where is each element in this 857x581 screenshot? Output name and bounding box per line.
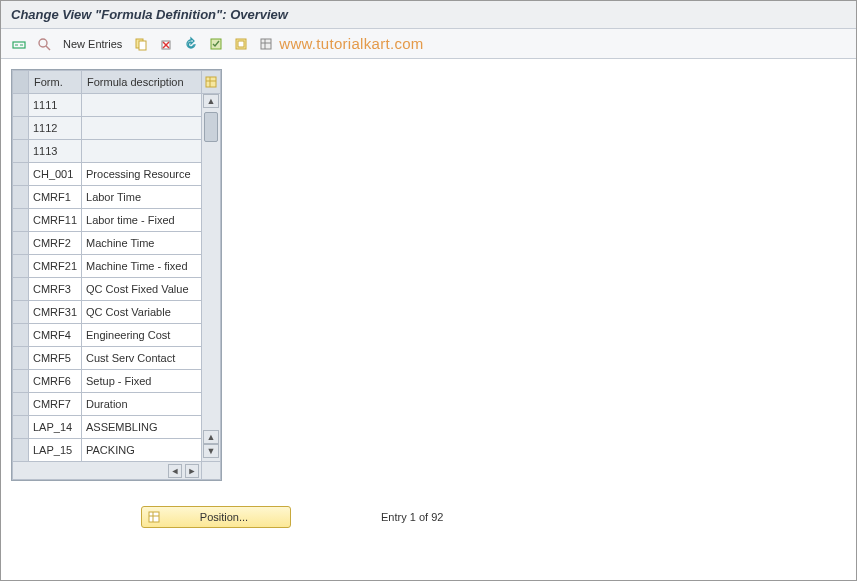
table-row: 1111▲▲▼ xyxy=(13,94,221,117)
svg-rect-4 xyxy=(139,41,146,50)
table-row: CH_001Processing Resource xyxy=(13,163,221,186)
row-selector[interactable] xyxy=(13,94,29,117)
table-row: CMRF7Duration xyxy=(13,393,221,416)
cell-description[interactable]: Setup - Fixed xyxy=(82,370,202,393)
row-selector[interactable] xyxy=(13,117,29,140)
table-row: 1112 xyxy=(13,117,221,140)
cell-form-key[interactable]: LAP_14 xyxy=(29,416,82,439)
svg-rect-14 xyxy=(206,77,216,87)
toggle-view-icon[interactable] xyxy=(9,34,29,54)
cell-description[interactable]: PACKING xyxy=(82,439,202,462)
row-selector[interactable] xyxy=(13,140,29,163)
cell-description[interactable]: Processing Resource xyxy=(82,163,202,186)
horizontal-scrollbar[interactable]: ◄ ► xyxy=(13,462,221,480)
footer: Position... Entry 1 of 92 xyxy=(1,506,856,528)
table-row: LAP_15PACKING xyxy=(13,439,221,462)
cell-form-key[interactable]: CMRF7 xyxy=(29,393,82,416)
row-selector[interactable] xyxy=(13,324,29,347)
scroll-right-icon[interactable]: ► xyxy=(185,464,199,478)
cell-description[interactable]: Engineering Cost xyxy=(82,324,202,347)
scrollbar-thumb[interactable] xyxy=(204,112,218,142)
content-area: Form. Formula description 1111▲▲▼1112111… xyxy=(1,59,856,493)
find-icon[interactable] xyxy=(34,34,54,54)
page-title: Change View "Formula Definition": Overvi… xyxy=(1,1,856,29)
cell-description[interactable]: Labor time - Fixed xyxy=(82,209,202,232)
copy-icon[interactable] xyxy=(131,34,151,54)
scroll-down-icon[interactable]: ▼ xyxy=(203,444,219,458)
cell-description[interactable]: Machine Time - fixed xyxy=(82,255,202,278)
table-settings-icon[interactable] xyxy=(256,34,276,54)
cell-form-key[interactable]: CMRF2 xyxy=(29,232,82,255)
configure-columns-icon[interactable] xyxy=(202,71,221,94)
cell-description[interactable] xyxy=(82,140,202,163)
cell-form-key[interactable]: CMRF3 xyxy=(29,278,82,301)
svg-rect-17 xyxy=(149,512,159,522)
cell-description[interactable] xyxy=(82,117,202,140)
new-entries-button[interactable]: New Entries xyxy=(59,38,126,50)
cell-description[interactable]: Machine Time xyxy=(82,232,202,255)
position-button[interactable]: Position... xyxy=(141,506,291,528)
vertical-scrollbar[interactable]: ▲▲▼ xyxy=(202,94,221,462)
column-header-description[interactable]: Formula description xyxy=(82,71,202,94)
cell-form-key[interactable]: 1112 xyxy=(29,117,82,140)
cell-form-key[interactable]: CMRF4 xyxy=(29,324,82,347)
svg-rect-11 xyxy=(261,39,271,49)
cell-description[interactable]: ASSEMBLING xyxy=(82,416,202,439)
scroll-up-page-icon[interactable]: ▲ xyxy=(203,430,219,444)
cell-form-key[interactable]: CMRF31 xyxy=(29,301,82,324)
column-header-form[interactable]: Form. xyxy=(29,71,82,94)
table-row: 1113 xyxy=(13,140,221,163)
row-selector[interactable] xyxy=(13,393,29,416)
cell-form-key[interactable]: 1113 xyxy=(29,140,82,163)
position-icon xyxy=(146,509,162,525)
row-selector-header[interactable] xyxy=(13,71,29,94)
svg-point-1 xyxy=(39,39,47,47)
entry-status: Entry 1 of 92 xyxy=(381,511,443,523)
toolbar: New Entries www.tutorialkart.com xyxy=(1,29,856,59)
table-row: CMRF3QC Cost Fixed Value xyxy=(13,278,221,301)
table-row: CMRF1Labor Time xyxy=(13,186,221,209)
svg-rect-10 xyxy=(238,41,244,47)
delete-icon[interactable] xyxy=(156,34,176,54)
watermark-text: www.tutorialkart.com xyxy=(279,35,423,52)
row-selector[interactable] xyxy=(13,439,29,462)
row-selector[interactable] xyxy=(13,347,29,370)
row-selector[interactable] xyxy=(13,278,29,301)
cell-description[interactable]: Cust Serv Contact xyxy=(82,347,202,370)
cell-form-key[interactable]: CH_001 xyxy=(29,163,82,186)
table-row: CMRF6Setup - Fixed xyxy=(13,370,221,393)
scroll-up-icon[interactable]: ▲ xyxy=(203,94,219,108)
position-label: Position... xyxy=(168,511,280,523)
row-selector[interactable] xyxy=(13,255,29,278)
row-selector[interactable] xyxy=(13,186,29,209)
select-all-icon[interactable] xyxy=(206,34,226,54)
formula-table: Form. Formula description 1111▲▲▼1112111… xyxy=(11,69,222,481)
deselect-all-icon[interactable] xyxy=(231,34,251,54)
cell-description[interactable]: QC Cost Variable xyxy=(82,301,202,324)
table-row: CMRF31QC Cost Variable xyxy=(13,301,221,324)
scroll-left-icon[interactable]: ◄ xyxy=(168,464,182,478)
cell-form-key[interactable]: LAP_15 xyxy=(29,439,82,462)
row-selector[interactable] xyxy=(13,416,29,439)
cell-description[interactable]: Duration xyxy=(82,393,202,416)
cell-description[interactable]: QC Cost Fixed Value xyxy=(82,278,202,301)
cell-description[interactable] xyxy=(82,94,202,117)
row-selector[interactable] xyxy=(13,209,29,232)
row-selector[interactable] xyxy=(13,301,29,324)
row-selector[interactable] xyxy=(13,163,29,186)
table-row: LAP_14ASSEMBLING xyxy=(13,416,221,439)
cell-form-key[interactable]: 1111 xyxy=(29,94,82,117)
svg-line-2 xyxy=(46,46,50,50)
cell-form-key[interactable]: CMRF5 xyxy=(29,347,82,370)
table-row: CMRF4Engineering Cost xyxy=(13,324,221,347)
table-row: CMRF21Machine Time - fixed xyxy=(13,255,221,278)
cell-form-key[interactable]: CMRF6 xyxy=(29,370,82,393)
table-row: CMRF11Labor time - Fixed xyxy=(13,209,221,232)
row-selector[interactable] xyxy=(13,232,29,255)
cell-form-key[interactable]: CMRF21 xyxy=(29,255,82,278)
row-selector[interactable] xyxy=(13,370,29,393)
cell-form-key[interactable]: CMRF11 xyxy=(29,209,82,232)
undo-icon[interactable] xyxy=(181,34,201,54)
cell-form-key[interactable]: CMRF1 xyxy=(29,186,82,209)
cell-description[interactable]: Labor Time xyxy=(82,186,202,209)
